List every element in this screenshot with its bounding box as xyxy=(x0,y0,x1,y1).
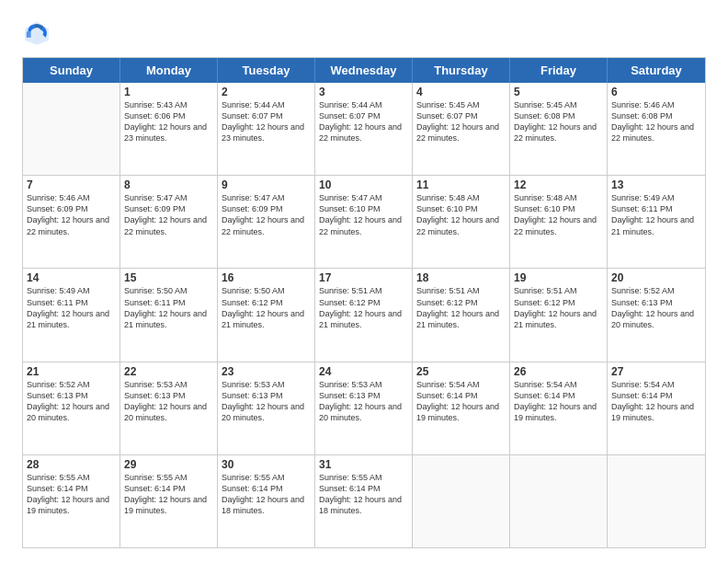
day-number: 23 xyxy=(222,365,311,378)
calendar-cell-r1-c3: 10Sunrise: 5:47 AM Sunset: 6:10 PM Dayli… xyxy=(315,176,413,268)
calendar-cell-r3-c5: 26Sunrise: 5:54 AM Sunset: 6:14 PM Dayli… xyxy=(510,362,608,454)
calendar-cell-r1-c0: 7Sunrise: 5:46 AM Sunset: 6:09 PM Daylig… xyxy=(23,176,120,268)
cell-info: Sunrise: 5:43 AM Sunset: 6:06 PM Dayligh… xyxy=(124,99,213,144)
day-number: 11 xyxy=(416,178,506,191)
calendar-cell-r4-c2: 30Sunrise: 5:55 AM Sunset: 6:14 PM Dayli… xyxy=(218,455,315,547)
cell-info: Sunrise: 5:54 AM Sunset: 6:14 PM Dayligh… xyxy=(514,379,603,424)
day-number: 4 xyxy=(416,86,506,98)
day-number: 19 xyxy=(514,271,603,284)
day-number: 26 xyxy=(514,365,603,378)
weekday-header-monday: Monday xyxy=(120,58,218,83)
calendar-cell-r0-c0 xyxy=(23,83,120,175)
cell-info: Sunrise: 5:54 AM Sunset: 6:14 PM Dayligh… xyxy=(611,379,701,424)
cell-info: Sunrise: 5:48 AM Sunset: 6:10 PM Dayligh… xyxy=(416,192,506,237)
calendar-row-0: 1Sunrise: 5:43 AM Sunset: 6:06 PM Daylig… xyxy=(23,83,705,176)
cell-info: Sunrise: 5:51 AM Sunset: 6:12 PM Dayligh… xyxy=(514,285,603,330)
weekday-header-thursday: Thursday xyxy=(413,58,510,83)
day-number: 2 xyxy=(222,86,311,98)
cell-info: Sunrise: 5:55 AM Sunset: 6:14 PM Dayligh… xyxy=(124,472,213,517)
cell-info: Sunrise: 5:49 AM Sunset: 6:11 PM Dayligh… xyxy=(611,192,701,237)
weekday-header-sunday: Sunday xyxy=(23,58,120,83)
weekday-header-saturday: Saturday xyxy=(608,58,705,83)
cell-info: Sunrise: 5:53 AM Sunset: 6:13 PM Dayligh… xyxy=(222,379,311,424)
cell-info: Sunrise: 5:46 AM Sunset: 6:09 PM Dayligh… xyxy=(27,192,116,237)
calendar-cell-r4-c4 xyxy=(413,455,510,547)
calendar-cell-r3-c4: 25Sunrise: 5:54 AM Sunset: 6:14 PM Dayli… xyxy=(413,362,510,454)
cell-info: Sunrise: 5:46 AM Sunset: 6:08 PM Dayligh… xyxy=(611,99,701,144)
page: SundayMondayTuesdayWednesdayThursdayFrid… xyxy=(0,0,728,563)
day-number: 15 xyxy=(124,271,213,284)
day-number: 28 xyxy=(27,458,116,471)
day-number: 1 xyxy=(124,86,213,98)
day-number: 6 xyxy=(611,86,701,98)
cell-info: Sunrise: 5:52 AM Sunset: 6:13 PM Dayligh… xyxy=(27,379,116,424)
day-number: 29 xyxy=(124,458,213,471)
cell-info: Sunrise: 5:51 AM Sunset: 6:12 PM Dayligh… xyxy=(416,285,506,330)
weekday-header-wednesday: Wednesday xyxy=(315,58,413,83)
calendar-cell-r1-c4: 11Sunrise: 5:48 AM Sunset: 6:10 PM Dayli… xyxy=(413,176,510,268)
calendar-cell-r0-c3: 3Sunrise: 5:44 AM Sunset: 6:07 PM Daylig… xyxy=(315,83,413,175)
cell-info: Sunrise: 5:44 AM Sunset: 6:07 PM Dayligh… xyxy=(319,99,408,144)
calendar-cell-r0-c4: 4Sunrise: 5:45 AM Sunset: 6:07 PM Daylig… xyxy=(413,83,510,175)
calendar-cell-r2-c1: 15Sunrise: 5:50 AM Sunset: 6:11 PM Dayli… xyxy=(120,269,218,361)
day-number: 14 xyxy=(27,271,116,284)
cell-info: Sunrise: 5:44 AM Sunset: 6:07 PM Dayligh… xyxy=(222,99,311,144)
cell-info: Sunrise: 5:47 AM Sunset: 6:10 PM Dayligh… xyxy=(319,192,408,237)
cell-info: Sunrise: 5:45 AM Sunset: 6:07 PM Dayligh… xyxy=(416,99,506,144)
day-number: 21 xyxy=(27,365,116,378)
header xyxy=(22,18,706,48)
day-number: 27 xyxy=(611,365,701,378)
cell-info: Sunrise: 5:48 AM Sunset: 6:10 PM Dayligh… xyxy=(514,192,603,237)
day-number: 9 xyxy=(222,178,311,191)
calendar-body: 1Sunrise: 5:43 AM Sunset: 6:06 PM Daylig… xyxy=(23,83,705,547)
cell-info: Sunrise: 5:47 AM Sunset: 6:09 PM Dayligh… xyxy=(124,192,213,237)
calendar-row-2: 14Sunrise: 5:49 AM Sunset: 6:11 PM Dayli… xyxy=(23,269,705,362)
calendar-cell-r3-c2: 23Sunrise: 5:53 AM Sunset: 6:13 PM Dayli… xyxy=(218,362,315,454)
calendar-cell-r2-c4: 18Sunrise: 5:51 AM Sunset: 6:12 PM Dayli… xyxy=(413,269,510,361)
general-blue-icon xyxy=(22,18,51,48)
weekday-header-friday: Friday xyxy=(510,58,608,83)
calendar-cell-r3-c3: 24Sunrise: 5:53 AM Sunset: 6:13 PM Dayli… xyxy=(315,362,413,454)
calendar-row-1: 7Sunrise: 5:46 AM Sunset: 6:09 PM Daylig… xyxy=(23,176,705,269)
calendar-cell-r3-c0: 21Sunrise: 5:52 AM Sunset: 6:13 PM Dayli… xyxy=(23,362,120,454)
day-number: 17 xyxy=(319,271,408,284)
day-number: 12 xyxy=(514,178,603,191)
calendar-cell-r4-c0: 28Sunrise: 5:55 AM Sunset: 6:14 PM Dayli… xyxy=(23,455,120,547)
cell-info: Sunrise: 5:55 AM Sunset: 6:14 PM Dayligh… xyxy=(27,472,116,517)
calendar-cell-r0-c5: 5Sunrise: 5:45 AM Sunset: 6:08 PM Daylig… xyxy=(510,83,608,175)
logo xyxy=(22,18,55,48)
calendar-cell-r3-c6: 27Sunrise: 5:54 AM Sunset: 6:14 PM Dayli… xyxy=(608,362,705,454)
calendar: SundayMondayTuesdayWednesdayThursdayFrid… xyxy=(22,57,706,548)
calendar-cell-r2-c0: 14Sunrise: 5:49 AM Sunset: 6:11 PM Dayli… xyxy=(23,269,120,361)
cell-info: Sunrise: 5:53 AM Sunset: 6:13 PM Dayligh… xyxy=(319,379,408,424)
cell-info: Sunrise: 5:47 AM Sunset: 6:09 PM Dayligh… xyxy=(222,192,311,237)
day-number: 20 xyxy=(611,271,701,284)
calendar-header: SundayMondayTuesdayWednesdayThursdayFrid… xyxy=(23,58,705,83)
calendar-cell-r1-c6: 13Sunrise: 5:49 AM Sunset: 6:11 PM Dayli… xyxy=(608,176,705,268)
calendar-row-4: 28Sunrise: 5:55 AM Sunset: 6:14 PM Dayli… xyxy=(23,455,705,547)
day-number: 10 xyxy=(319,178,408,191)
day-number: 7 xyxy=(27,178,116,191)
calendar-cell-r1-c5: 12Sunrise: 5:48 AM Sunset: 6:10 PM Dayli… xyxy=(510,176,608,268)
cell-info: Sunrise: 5:53 AM Sunset: 6:13 PM Dayligh… xyxy=(124,379,213,424)
calendar-cell-r4-c5 xyxy=(510,455,608,547)
cell-info: Sunrise: 5:55 AM Sunset: 6:14 PM Dayligh… xyxy=(222,472,311,517)
cell-info: Sunrise: 5:55 AM Sunset: 6:14 PM Dayligh… xyxy=(319,472,408,517)
weekday-header-tuesday: Tuesday xyxy=(218,58,315,83)
calendar-cell-r2-c2: 16Sunrise: 5:50 AM Sunset: 6:12 PM Dayli… xyxy=(218,269,315,361)
calendar-cell-r2-c5: 19Sunrise: 5:51 AM Sunset: 6:12 PM Dayli… xyxy=(510,269,608,361)
day-number: 31 xyxy=(319,458,408,471)
calendar-cell-r0-c1: 1Sunrise: 5:43 AM Sunset: 6:06 PM Daylig… xyxy=(120,83,218,175)
day-number: 24 xyxy=(319,365,408,378)
day-number: 16 xyxy=(222,271,311,284)
calendar-cell-r4-c1: 29Sunrise: 5:55 AM Sunset: 6:14 PM Dayli… xyxy=(120,455,218,547)
day-number: 25 xyxy=(416,365,506,378)
cell-info: Sunrise: 5:45 AM Sunset: 6:08 PM Dayligh… xyxy=(514,99,603,144)
cell-info: Sunrise: 5:50 AM Sunset: 6:11 PM Dayligh… xyxy=(124,285,213,330)
calendar-row-3: 21Sunrise: 5:52 AM Sunset: 6:13 PM Dayli… xyxy=(23,362,705,455)
day-number: 8 xyxy=(124,178,213,191)
calendar-cell-r2-c6: 20Sunrise: 5:52 AM Sunset: 6:13 PM Dayli… xyxy=(608,269,705,361)
day-number: 30 xyxy=(222,458,311,471)
calendar-cell-r1-c2: 9Sunrise: 5:47 AM Sunset: 6:09 PM Daylig… xyxy=(218,176,315,268)
cell-info: Sunrise: 5:50 AM Sunset: 6:12 PM Dayligh… xyxy=(222,285,311,330)
